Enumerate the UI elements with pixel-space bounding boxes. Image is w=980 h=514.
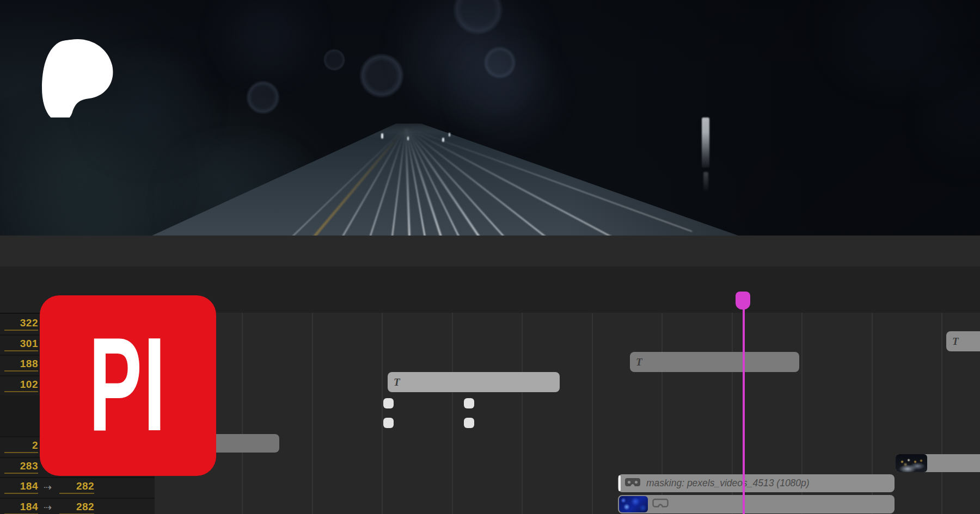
playhead-handle[interactable] bbox=[736, 292, 750, 309]
timeline-gridline bbox=[592, 313, 593, 514]
track-value-field[interactable]: 283 bbox=[4, 460, 38, 474]
track-value-from-field[interactable]: 184 bbox=[4, 480, 38, 494]
clip-thumbnail bbox=[619, 496, 648, 512]
keyframe-dot[interactable] bbox=[383, 398, 394, 408]
track-value-field[interactable]: 102 bbox=[4, 379, 38, 392]
text-clip[interactable]: T bbox=[946, 331, 980, 351]
timeline-gridline bbox=[382, 313, 383, 514]
clip-trim-handle[interactable] bbox=[618, 475, 621, 491]
playhead-line[interactable] bbox=[743, 309, 745, 514]
masked-video-clip[interactable] bbox=[618, 495, 895, 513]
keyframe-dot[interactable] bbox=[383, 418, 394, 428]
mask-goggles-icon bbox=[624, 478, 641, 489]
text-clip[interactable]: T bbox=[388, 372, 560, 392]
track-value-from-field[interactable]: 184 bbox=[4, 501, 38, 514]
text-clip-glyph: T bbox=[394, 376, 400, 388]
video-clip[interactable] bbox=[896, 454, 980, 472]
track-value-to-field[interactable]: 282 bbox=[59, 501, 94, 514]
timeline-gridline bbox=[242, 313, 243, 514]
track-value-field[interactable]: 322 bbox=[4, 317, 38, 331]
video-preview bbox=[0, 0, 980, 236]
mask-goggles-icon bbox=[652, 498, 669, 510]
vignette bbox=[0, 0, 980, 236]
keyframe-dot[interactable] bbox=[464, 398, 474, 408]
transform-arrow-icon: ⇢ bbox=[44, 503, 52, 512]
track-value-to-field[interactable]: 282 bbox=[59, 480, 94, 494]
timeline-gridline bbox=[941, 313, 942, 514]
preview-toolbar: 50% Export video bbox=[0, 236, 980, 268]
transform-arrow-icon: ⇢ bbox=[44, 482, 52, 492]
track-value-field[interactable]: 2 bbox=[4, 439, 38, 453]
text-clip-glyph: T bbox=[952, 336, 959, 348]
track-header-row: 184⇢282 bbox=[0, 477, 155, 499]
timeline-gridline bbox=[452, 313, 453, 514]
track-header-row: 184⇢282 bbox=[0, 498, 155, 514]
timeline-gridline bbox=[312, 313, 313, 514]
clip-thumbnail bbox=[896, 454, 927, 472]
track-value-field[interactable]: 301 bbox=[4, 338, 38, 351]
channel-badge-overlay: PI bbox=[40, 295, 216, 476]
keyframe-dot[interactable] bbox=[464, 418, 474, 428]
masking-clip[interactable]: masking: pexels_videos_4513 (1080p) bbox=[618, 474, 895, 492]
timeline-gridline bbox=[522, 313, 523, 514]
masking-clip-label: masking: pexels_videos_4513 (1080p) bbox=[646, 478, 810, 489]
patreon-blob-logo bbox=[41, 38, 115, 117]
text-clip-glyph: T bbox=[636, 356, 642, 368]
text-clip[interactable]: T bbox=[630, 352, 799, 372]
track-value-field[interactable]: 188 bbox=[4, 358, 38, 371]
channel-badge-text: PI bbox=[89, 318, 167, 454]
